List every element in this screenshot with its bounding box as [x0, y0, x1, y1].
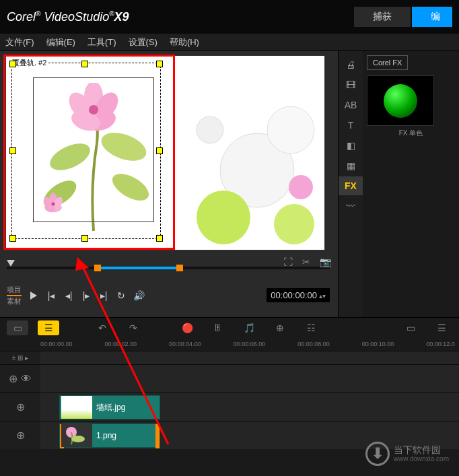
snapshot-icon[interactable]: 📷	[320, 257, 331, 267]
split-icon[interactable]: ✂	[302, 257, 310, 267]
menu-help[interactable]: 帮助(H)	[170, 36, 199, 48]
repeat-button[interactable]: ↻	[116, 290, 127, 301]
next-frame-button[interactable]: |▸	[81, 290, 92, 301]
svg-point-2	[197, 191, 250, 244]
record-button[interactable]: 🔴	[176, 320, 198, 335]
app-logo: Corel® VideoStudio®X9	[7, 10, 129, 24]
undo-button[interactable]: ↶	[92, 320, 113, 335]
trim-in-handle[interactable]	[94, 265, 101, 271]
fx-category-tab[interactable]: Corel FX	[367, 55, 408, 70]
track-tools[interactable]: ± ⊞ ▸	[0, 351, 40, 364]
motion-track-button[interactable]: ⊕	[269, 320, 291, 335]
resize-handle-tm[interactable]	[81, 61, 88, 67]
clip-wallpaper[interactable]: 墙纸.jpg	[59, 395, 160, 419]
clip-thumbnail	[61, 424, 92, 447]
tab-edit[interactable]: 编	[412, 7, 452, 27]
selection-box[interactable]	[11, 63, 161, 239]
title-button[interactable]: T	[339, 116, 363, 135]
background-image	[190, 90, 324, 250]
go-start-button[interactable]: |◂	[46, 290, 57, 301]
chapter-button[interactable]: ▭	[400, 320, 421, 335]
scrubber[interactable]	[7, 260, 330, 273]
menu-bar: 文件(F) 编辑(E) 工具(T) 设置(S) 帮助(H)	[0, 34, 459, 51]
menu-file[interactable]: 文件(F)	[5, 36, 34, 48]
filter-button[interactable]: ▦	[339, 156, 363, 175]
path-button[interactable]: 〰	[339, 197, 363, 215]
svg-point-4	[289, 175, 313, 199]
timecode-display[interactable]: 00:00:00:00▴▾	[267, 288, 330, 302]
fx-preview-icon	[384, 84, 417, 118]
tab-capture[interactable]: 捕获	[354, 7, 411, 27]
trim-range[interactable]	[98, 267, 178, 269]
preview-panel: 覆叠轨. #2	[0, 51, 338, 317]
clip-overlay[interactable]: 1.png	[59, 423, 160, 448]
video-track-2[interactable]: 墙纸.jpg	[40, 393, 459, 421]
svg-point-23	[71, 436, 85, 442]
clip-thumbnail	[61, 396, 92, 419]
instant-project-button[interactable]: 🎞	[339, 75, 363, 94]
audio-mixer-button[interactable]: 🎚	[207, 320, 229, 335]
play-button[interactable]	[28, 290, 39, 301]
track-manager-button[interactable]: ☰	[431, 320, 452, 335]
graphic-button[interactable]: ◧	[339, 136, 363, 155]
playhead-marker[interactable]	[7, 260, 15, 267]
watermark: ⬇ 当下软件园 www.downxia.com	[365, 442, 449, 466]
mode-project[interactable]: 项目	[7, 285, 22, 296]
timeline-view-button[interactable]: ☰	[38, 320, 59, 335]
menu-edit[interactable]: 编辑(E)	[46, 36, 75, 48]
media-library-button[interactable]: 🖨	[339, 55, 363, 74]
auto-music-button[interactable]: 🎵	[238, 320, 260, 335]
fx-thumbnail[interactable]	[367, 75, 434, 126]
go-end-button[interactable]: ▸|	[98, 290, 109, 301]
overlay-track-head[interactable]: ⊕	[0, 421, 40, 449]
menu-settings[interactable]: 设置(S)	[129, 36, 157, 48]
timeline-ruler[interactable]: 00:00:00.00 00:00:02.00 00:00:04.00 00:0…	[0, 337, 459, 351]
resize-handle-bm[interactable]	[81, 235, 88, 242]
storyboard-view-button[interactable]: ▭	[7, 320, 28, 335]
video-track-2-head[interactable]: ⊕	[0, 393, 40, 421]
video-track-1[interactable]	[40, 365, 459, 393]
resize-handle-mr[interactable]	[156, 147, 163, 154]
resize-handle-tr[interactable]	[156, 61, 163, 67]
trim-out-handle[interactable]	[176, 265, 183, 271]
resize-handle-tl[interactable]	[9, 61, 16, 67]
fx-thumbnail-label: FX 单色	[367, 129, 455, 138]
clip-out-edge[interactable]	[155, 424, 160, 448]
svg-point-5	[197, 116, 223, 143]
expand-icon[interactable]: ⛶	[283, 257, 293, 267]
fx-button[interactable]: FX	[339, 176, 363, 195]
redo-button[interactable]: ↷	[122, 320, 144, 335]
prev-frame-button[interactable]: ◂|	[63, 290, 74, 301]
resize-handle-br[interactable]	[156, 235, 163, 242]
menu-tools[interactable]: 工具(T)	[87, 36, 116, 48]
preview-tool-icons: ⛶ ✂ 📷	[283, 257, 331, 267]
svg-point-3	[274, 204, 314, 244]
resize-handle-ml[interactable]	[9, 147, 16, 154]
svg-point-1	[267, 106, 314, 154]
volume-button[interactable]: 🔊	[133, 290, 144, 301]
subtitle-button[interactable]: ☷	[300, 320, 322, 335]
video-track-head[interactable]: ⊕ 👁	[0, 365, 40, 393]
transition-button[interactable]: AB	[339, 96, 363, 114]
resize-handle-bl[interactable]	[9, 235, 16, 242]
mode-clip[interactable]: 素材	[7, 296, 22, 306]
